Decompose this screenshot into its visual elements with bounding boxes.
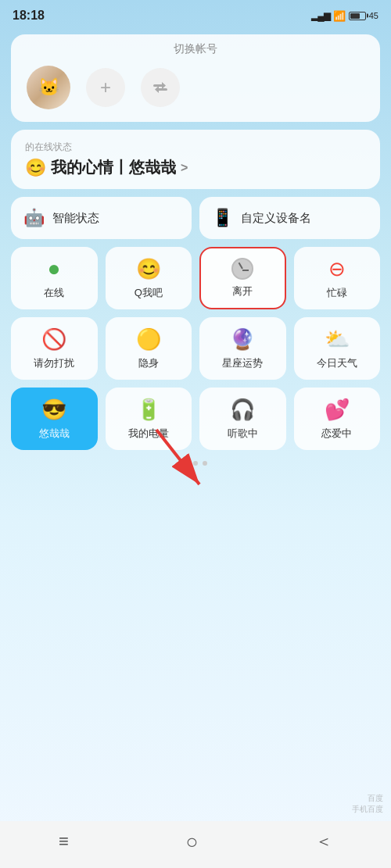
battery-status-label: 我的电量 xyxy=(128,427,169,441)
watermark-line2: 手机百度 xyxy=(352,804,383,815)
custom-youzhaizhái-button[interactable]: 😎 悠哉哉 xyxy=(11,388,98,450)
custom-love-button[interactable]: 💕 恋爱中 xyxy=(294,388,381,450)
qme-icon: 😊 xyxy=(136,257,161,281)
smart-state-icon: 🤖 xyxy=(23,208,45,228)
svg-marker-1 xyxy=(162,82,166,89)
watermark: 百度 手机百度 xyxy=(352,793,383,815)
status-time: 18:18 xyxy=(13,9,45,23)
battery-level: 45 xyxy=(369,11,378,20)
youzhaizhái-icon: 😎 xyxy=(41,398,66,422)
invisible-icon: 🟡 xyxy=(136,327,161,352)
busy-icon: ⊖ xyxy=(328,257,346,281)
custom-device-button[interactable]: 📱 自定义设备名 xyxy=(199,197,380,239)
horoscope-label: 星座运势 xyxy=(222,356,263,370)
dot-2 xyxy=(193,461,198,466)
status-online-button[interactable]: ● 在线 xyxy=(11,247,98,309)
music-label: 听歌中 xyxy=(228,427,258,441)
smart-state-label: 智能状态 xyxy=(52,211,99,226)
status-busy-button[interactable]: ⊖ 忙碌 xyxy=(294,247,381,309)
custom-grid: 😎 悠哉哉 🔋 我的电量 🎧 听歌中 💕 恋爱中 xyxy=(11,388,380,450)
away-label: 离开 xyxy=(232,284,253,298)
battery-status-icon: 🔋 xyxy=(136,398,161,422)
online-label: 在线 xyxy=(44,286,64,300)
custom-battery-button[interactable]: 🔋 我的电量 xyxy=(106,388,192,450)
account-label: 切换帐号 xyxy=(27,42,364,56)
status-dnd-button[interactable]: 🚫 请勿打扰 xyxy=(11,317,98,380)
dot-1 xyxy=(184,461,188,466)
custom-device-icon: 📱 xyxy=(212,208,233,228)
page-indicators xyxy=(11,461,380,466)
status-grid-1: ● 在线 😊 Q我吧 离开 ⊖ 忙碌 xyxy=(11,247,380,309)
smart-state-button[interactable]: 🤖 智能状态 xyxy=(11,197,192,239)
avatar[interactable]: 🐱 xyxy=(27,66,70,109)
invisible-label: 隐身 xyxy=(138,356,159,370)
love-label: 恋爱中 xyxy=(321,427,352,441)
dnd-label: 请勿打扰 xyxy=(34,356,74,370)
status-sub-label: 的在线状态 xyxy=(25,141,366,154)
weather-label: 今日天气 xyxy=(317,356,357,370)
weather-icon: ⛅ xyxy=(325,327,350,352)
status-main-text: 我的心情丨悠哉哉 xyxy=(51,157,176,178)
nav-home-button[interactable]: ○ xyxy=(170,823,214,860)
status-icons: ▂▄▆ 📶 45 xyxy=(311,10,378,22)
status-qme-button[interactable]: 😊 Q我吧 xyxy=(106,247,192,309)
status-away-button[interactable]: 离开 xyxy=(199,247,286,309)
battery-icon xyxy=(349,12,366,20)
wifi-icon: 📶 xyxy=(333,10,346,22)
online-icon: ● xyxy=(48,256,61,281)
dot-3 xyxy=(203,461,207,466)
status-invisible-button[interactable]: 🟡 隐身 xyxy=(106,317,192,380)
chevron-icon: > xyxy=(181,161,188,175)
nav-menu-button[interactable]: ≡ xyxy=(43,825,84,858)
account-card: 切换帐号 🐱 + xyxy=(11,34,380,122)
busy-label: 忙碌 xyxy=(327,286,347,300)
add-account-button[interactable]: + xyxy=(86,68,125,107)
online-status-card[interactable]: 的在线状态 😊 我的心情丨悠哉哉 > xyxy=(11,130,380,189)
bottom-nav: ≡ ○ ＜ xyxy=(0,821,391,868)
dnd-icon: 🚫 xyxy=(41,327,66,352)
nav-back-button[interactable]: ＜ xyxy=(300,823,348,859)
custom-device-label: 自定义设备名 xyxy=(241,211,311,226)
status-sub-text: 的在线状态 xyxy=(25,141,72,152)
switch-account-button[interactable] xyxy=(141,68,180,107)
smart-row: 🤖 智能状态 📱 自定义设备名 xyxy=(11,197,380,239)
away-clock-icon xyxy=(231,258,253,280)
svg-marker-3 xyxy=(155,86,159,93)
youzhaizhái-label: 悠哉哉 xyxy=(39,427,70,441)
status-bar: 18:18 ▂▄▆ 📶 45 xyxy=(0,0,391,28)
watermark-line1: 百度 xyxy=(352,793,383,804)
status-main[interactable]: 😊 我的心情丨悠哉哉 > xyxy=(25,157,366,178)
status-horoscope-button[interactable]: 🔮 星座运势 xyxy=(199,317,286,380)
custom-music-button[interactable]: 🎧 听歌中 xyxy=(199,388,286,450)
avatar-image: 🐱 xyxy=(27,66,70,109)
love-icon: 💕 xyxy=(325,398,350,422)
status-weather-button[interactable]: ⛅ 今日天气 xyxy=(294,317,381,380)
status-grid-2: 🚫 请勿打扰 🟡 隐身 🔮 星座运势 ⛅ 今日天气 xyxy=(11,317,380,380)
account-items: 🐱 + xyxy=(27,66,364,109)
horoscope-icon: 🔮 xyxy=(230,327,255,352)
status-emoji: 😊 xyxy=(25,158,46,178)
signal-icon: ▂▄▆ xyxy=(311,10,330,21)
music-icon: 🎧 xyxy=(230,398,255,422)
main-content: 切换帐号 🐱 + 的在线状态 😊 我的心情丨悠哉哉 > xyxy=(0,28,391,472)
switch-icon xyxy=(152,79,169,96)
qme-label: Q我吧 xyxy=(135,286,163,300)
